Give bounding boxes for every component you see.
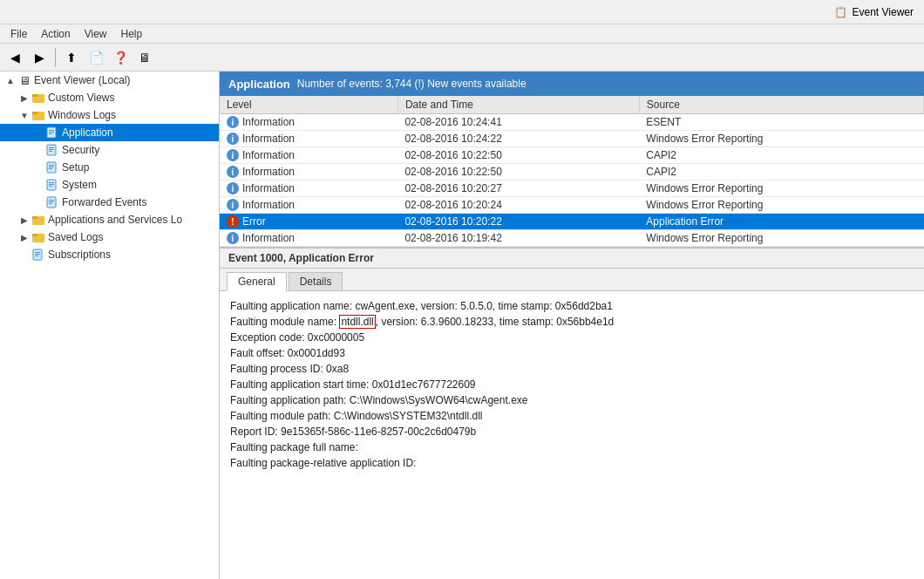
tree-icon-root: 🖥 [17, 73, 31, 87]
info-icon: i [227, 166, 239, 178]
svg-rect-11 [49, 151, 52, 152]
menu-item-file[interactable]: File [3, 26, 34, 42]
tree-item-forwardedevents[interactable]: Forwarded Events [0, 194, 219, 211]
svg-rect-23 [49, 203, 52, 204]
table-row[interactable]: iInformation02-08-2016 10:24:22Windows E… [220, 131, 924, 147]
events-table: Level Date and Time Source iInformation0… [220, 96, 924, 247]
table-row[interactable]: iInformation02-08-2016 10:20:24Windows E… [220, 197, 924, 214]
cell-source-6: Application Error [639, 214, 923, 230]
cell-source-3: CAPI2 [639, 164, 923, 181]
info-icon: i [227, 149, 239, 161]
toolbar-separator-1 [55, 48, 56, 67]
level-text-2: Information [242, 149, 295, 161]
title-bar-text: Event Viewer [853, 6, 914, 18]
level-text-5: Information [242, 199, 295, 211]
title-bar: 📋 Event Viewer [0, 0, 924, 24]
main-layout: ▲🖥Event Viewer (Local)▶Custom Views▼Wind… [0, 72, 924, 579]
cell-level-5: iInformation [220, 197, 397, 214]
table-row[interactable]: iInformation02-08-2016 10:22:50CAPI2 [220, 147, 924, 164]
tree-item-windowslogs[interactable]: ▼Windows Logs [0, 106, 219, 124]
table-row[interactable]: !Error02-08-2016 10:20:22Application Err… [220, 214, 924, 230]
cell-source-7: Windows Error Reporting [639, 230, 923, 247]
svg-rect-27 [32, 234, 37, 236]
back-button[interactable]: ◀ [3, 46, 26, 69]
tree-label-savedlogs: Saved Logs [48, 231, 103, 243]
level-text-6: Error [242, 215, 266, 228]
tree-icon-customviews [31, 91, 45, 105]
detail-line-8: Report ID: 9e15365f-586c-11e6-8257-00c2c… [230, 424, 914, 439]
cell-level-3: iInformation [220, 164, 397, 181]
tree-item-setup[interactable]: Setup [0, 159, 219, 176]
event-detail: Event 1000, Application Error General De… [220, 248, 924, 579]
up-button[interactable]: ⬆ [60, 46, 83, 69]
cell-datetime-5: 02-08-2016 10:20:24 [397, 197, 639, 214]
table-row[interactable]: iInformation02-08-2016 10:24:41ESENT [220, 114, 924, 131]
svg-rect-7 [49, 133, 52, 134]
cell-level-1: iInformation [220, 131, 397, 147]
tab-general[interactable]: General [227, 272, 287, 291]
tree-expand-customviews[interactable]: ▶ [17, 91, 31, 105]
detail-line-10: Faulting package-relative application ID… [230, 455, 914, 471]
monitor-button[interactable]: 🖥 [133, 46, 156, 69]
menu-item-view[interactable]: View [78, 26, 114, 42]
menu-item-action[interactable]: Action [34, 26, 77, 42]
svg-rect-21 [49, 200, 54, 201]
log-header-bar: Application Number of events: 3,744 (!) … [220, 72, 924, 96]
table-row[interactable]: iInformation02-08-2016 10:22:50CAPI2 [220, 164, 924, 181]
tree-item-customviews[interactable]: ▶Custom Views [0, 89, 219, 106]
tree-item-security[interactable]: Security [0, 141, 219, 159]
events-table-container: Level Date and Time Source iInformation0… [220, 96, 924, 248]
level-text-0: Information [242, 116, 295, 128]
tree-expand-savedlogs[interactable]: ▶ [17, 230, 31, 244]
col-source: Source [639, 96, 923, 114]
cell-source-4: Windows Error Reporting [639, 181, 923, 197]
svg-rect-17 [49, 182, 54, 183]
svg-rect-5 [49, 130, 54, 131]
tree-item-application[interactable]: Application [0, 124, 219, 141]
tree-expand-setup [31, 160, 45, 174]
event-detail-content: Faulting application name: cwAgent.exe, … [220, 291, 924, 579]
cell-level-2: iInformation [220, 147, 397, 164]
tree-icon-system [45, 178, 59, 192]
svg-rect-15 [49, 168, 52, 169]
properties-button[interactable]: 📄 [85, 46, 107, 69]
title-bar-icon: 📋 [834, 6, 847, 18]
cell-source-2: CAPI2 [639, 147, 923, 164]
level-text-7: Information [242, 232, 295, 244]
tree-item-subscriptions[interactable]: Subscriptions [0, 246, 219, 263]
cell-datetime-4: 02-08-2016 10:20:27 [397, 181, 639, 197]
tree-item-appservices[interactable]: ▶Applications and Services Lo [0, 211, 219, 228]
tree-label-appservices: Applications and Services Lo [48, 214, 182, 226]
cell-datetime-0: 02-08-2016 10:24:41 [397, 114, 639, 131]
svg-rect-31 [35, 255, 38, 256]
tree-label-application: Application [62, 126, 113, 139]
tree-item-root[interactable]: ▲🖥Event Viewer (Local) [0, 72, 219, 89]
toolbar: ◀ ▶ ⬆ 📄 ❓ 🖥 [0, 44, 924, 72]
tree-expand-windowslogs[interactable]: ▼ [17, 108, 31, 122]
tab-details[interactable]: Details [289, 272, 343, 290]
svg-rect-13 [49, 165, 54, 166]
detail-line-0: Faulting application name: cwAgent.exe, … [230, 298, 914, 314]
tree-expand-root[interactable]: ▲ [3, 73, 17, 87]
help-button[interactable]: ❓ [109, 46, 132, 69]
forward-button[interactable]: ▶ [28, 46, 51, 69]
tree-icon-setup [45, 160, 59, 174]
tree-expand-application [31, 126, 45, 140]
tree-label-setup: Setup [62, 161, 89, 174]
menu-item-help[interactable]: Help [114, 26, 150, 42]
cell-datetime-6: 02-08-2016 10:20:22 [397, 214, 639, 230]
svg-rect-14 [49, 167, 54, 167]
level-text-3: Information [242, 166, 295, 178]
svg-rect-19 [49, 186, 52, 187]
svg-rect-9 [49, 147, 54, 148]
tree-expand-system [31, 178, 45, 192]
table-row[interactable]: iInformation02-08-2016 10:19:42Windows E… [220, 230, 924, 247]
svg-rect-6 [49, 132, 54, 133]
svg-rect-29 [35, 252, 40, 253]
tree-item-savedlogs[interactable]: ▶Saved Logs [0, 228, 219, 246]
tree-item-system[interactable]: System [0, 176, 219, 194]
table-row[interactable]: iInformation02-08-2016 10:20:27Windows E… [220, 181, 924, 197]
tree-expand-appservices[interactable]: ▶ [17, 213, 31, 227]
detail-line-1: Faulting module name: ntdll.dll, version… [230, 314, 914, 330]
svg-rect-22 [49, 201, 54, 202]
